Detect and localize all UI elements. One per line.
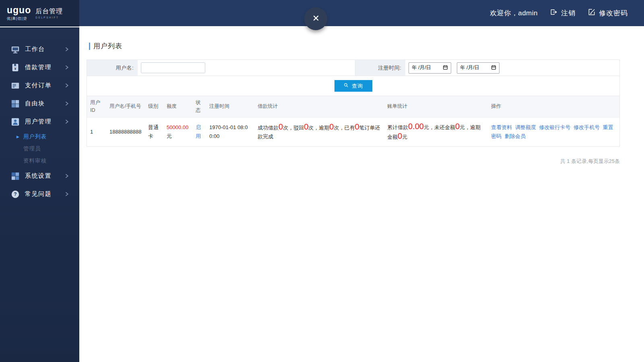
chevron-right-icon <box>64 83 69 88</box>
action-modify-bank-card[interactable]: 修改银行卡号 <box>539 124 570 130</box>
page-title-text: 用户列表 <box>93 41 122 51</box>
sidebar-subitem-label: 资料审核 <box>23 157 47 165</box>
column-header: 状态 <box>192 96 206 117</box>
stat-number: 0 <box>304 122 308 131</box>
loan-icon: ¥ <box>11 63 20 72</box>
sidebar-item-label: 自由块 <box>25 100 64 107</box>
settings-icon <box>11 172 20 181</box>
action-modify-phone[interactable]: 修改手机号 <box>574 124 600 130</box>
users-icon <box>11 117 20 126</box>
action-view-profile[interactable]: 查看资料 <box>491 124 512 130</box>
register-date-end[interactable]: 年 /月/日 <box>457 62 500 74</box>
date-range-cell: 年 /月/日 年 /月/日 <box>405 60 619 76</box>
brand-title-block: 后台管理 DELPSHIFT <box>35 8 63 19</box>
register-date-start[interactable]: 年 /月/日 <box>409 62 451 74</box>
title-accent-bar <box>89 43 90 50</box>
sidebar-item-workbench[interactable]: 工作台 <box>0 40 79 58</box>
username-field-cell <box>138 60 355 76</box>
stat-text: 元 <box>402 134 407 140</box>
stat-text: 次，逾期 <box>308 125 329 131</box>
chevron-right-icon <box>64 65 69 70</box>
column-header: 借款统计 <box>254 96 384 117</box>
brand-name: uguo <box>7 6 31 15</box>
table-row: 1 18888888888 普通卡 50000.00 元 启用 1970-01-… <box>87 117 619 146</box>
cell-username: 18888888888 <box>106 117 145 146</box>
blocks-icon <box>11 99 20 108</box>
sidebar-item-faq[interactable]: ?常见问题 <box>0 185 79 203</box>
sidebar-item-label: 借款管理 <box>25 64 64 71</box>
column-header: 账单统计 <box>384 96 488 117</box>
svg-text:¥: ¥ <box>14 67 17 70</box>
sidebar-subitem-admins[interactable]: 管理员 <box>0 143 79 155</box>
column-header: 注册时间 <box>206 96 254 117</box>
record-count-note: 共 1 条记录,每页显示25条 <box>87 158 620 165</box>
action-adjust-quota[interactable]: 调整额度 <box>515 124 536 130</box>
column-header: 操作 <box>488 96 619 117</box>
column-header: 额度 <box>163 96 192 117</box>
sidebar-item-blocks[interactable]: 自由块 <box>0 95 79 113</box>
main-content: 用户列表 用户名: 注册时间: 年 /月/日 <box>79 26 644 362</box>
sidebar-item-settings[interactable]: 系统设置 <box>0 167 79 185</box>
cell-register-time: 1970-01-01 08:00:00 <box>206 117 254 146</box>
sidebar-item-users[interactable]: 用户管理 <box>0 113 79 131</box>
sidebar-menu: 工作台¥借款管理支付订单自由块用户管理▶用户列表管理员资料审核系统设置?常见问题 <box>0 27 79 203</box>
quota-unit: 元 <box>167 133 172 139</box>
change-password-button[interactable]: 修改密码 <box>588 8 628 18</box>
column-header: 级别 <box>145 96 163 117</box>
query-button-label: 查询 <box>352 82 363 90</box>
sidebar-item-label: 常见问题 <box>25 190 64 198</box>
topbar: 欢迎你，admin 注销 修改密码 <box>79 0 644 26</box>
calendar-icon <box>443 65 448 71</box>
query-button-row: 查询 <box>87 76 619 96</box>
sidebar-item-payments[interactable]: 支付订单 <box>0 76 79 95</box>
page-title: 用户列表 <box>89 41 620 51</box>
chevron-right-icon <box>64 119 69 124</box>
chevron-right-icon <box>64 47 69 52</box>
query-button[interactable]: 查询 <box>334 80 372 92</box>
brand-block: uguo 优|果|信|贷 <box>7 6 31 21</box>
username-label: 用户名: <box>87 60 138 76</box>
sidebar-item-label: 用户管理 <box>25 118 64 125</box>
stat-text: 成功借款 <box>258 125 279 131</box>
quota-amount: 50000.00 <box>167 124 188 130</box>
welcome-text: 欢迎你，admin <box>490 8 538 18</box>
cell-status: 启用 <box>192 117 206 146</box>
brand-subtitle: DELPSHIFT <box>35 16 63 19</box>
cell-borrow-stats: 成功借款0次，驳回0次，逾期0次，已有0笔订单还款完成 <box>254 117 384 146</box>
sidebar: uguo 优|果|信|贷 后台管理 DELPSHIFT 工作台¥借款管理支付订单… <box>0 0 79 362</box>
stat-number: 0 <box>279 122 283 131</box>
action-delete-member[interactable]: 删除会员 <box>505 133 526 139</box>
filter-row: 用户名: 注册时间: 年 /月/日 年 /月/日 <box>87 60 619 76</box>
column-header: 用户名/手机号 <box>106 96 145 117</box>
logout-button[interactable]: 注销 <box>550 8 576 18</box>
brand-title: 后台管理 <box>35 8 63 14</box>
sidebar-item-loans[interactable]: ¥借款管理 <box>0 58 79 76</box>
user-table: 用户ID用户名/手机号级别额度状态注册时间借款统计账单统计操作 1 188888… <box>87 96 619 146</box>
brand-tagline: 优|果|信|贷 <box>7 16 31 21</box>
brand-logo: uguo 优|果|信|贷 后台管理 DELPSHIFT <box>0 0 79 27</box>
question-icon: ? <box>11 190 20 199</box>
search-icon <box>343 82 349 89</box>
app-window: uguo 优|果|信|贷 后台管理 DELPSHIFT 工作台¥借款管理支付订单… <box>0 0 644 362</box>
date-placeholder: 年 /月/日 <box>412 64 431 71</box>
close-button[interactable] <box>304 7 327 30</box>
sidebar-subitem-user-list[interactable]: ▶用户列表 <box>0 131 79 143</box>
chevron-right-icon <box>64 173 69 179</box>
chevron-right-icon <box>64 101 69 106</box>
date-placeholder: 年 /月/日 <box>460 64 479 71</box>
column-header: 用户ID <box>87 96 106 117</box>
stat-number: 0 <box>355 122 359 131</box>
sidebar-subitem-label: 用户列表 <box>23 133 47 140</box>
sidebar-item-label: 工作台 <box>25 45 64 53</box>
cell-level: 普通卡 <box>145 117 163 146</box>
sidebar-subitem-data-review[interactable]: 资料审核 <box>0 155 79 167</box>
logout-icon <box>550 8 558 18</box>
active-arrow-icon: ▶ <box>17 135 20 139</box>
stat-text: 次，驳回 <box>283 125 304 131</box>
stat-text: 元，未还金额 <box>424 124 455 130</box>
calendar-icon <box>491 65 496 71</box>
username-input[interactable] <box>141 62 205 73</box>
cell-bill-stats: 累计借款0.00元，未还金额0元，逾期金额0元 <box>384 117 488 146</box>
register-time-label: 注册时间: <box>355 60 405 76</box>
cell-actions: 查看资料 调整额度 修改银行卡号 修改手机号 重置密码 删除会员 <box>488 117 619 146</box>
